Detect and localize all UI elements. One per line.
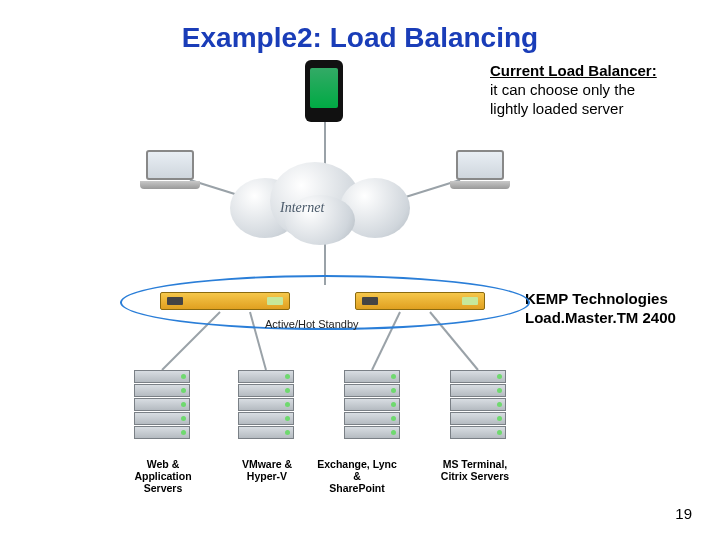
- cloud-label: Internet: [280, 200, 324, 216]
- server-rack-icon: [134, 370, 190, 440]
- page-number: 19: [675, 505, 692, 522]
- annotation-kemp: KEMP Technologies Load.Master.TM 2400: [525, 290, 715, 328]
- smartphone-icon: [305, 60, 343, 122]
- internet-cloud-icon: [230, 160, 420, 245]
- rack-label: VMware & Hyper-V: [222, 458, 312, 482]
- annotation-line: KEMP Technologies: [525, 290, 668, 307]
- network-diagram: Internet Active/Hot Standby Web & Applic…: [130, 60, 530, 500]
- rack-label: Exchange, Lync & SharePoint: [312, 458, 402, 494]
- rack-label: Web & Application Servers: [118, 458, 208, 494]
- lb-mode-label: Active/Hot Standby: [265, 318, 359, 330]
- annotation-line: Load.Master.TM 2400: [525, 309, 676, 326]
- load-balancer-icon: [355, 292, 485, 310]
- rack-label: MS Terminal, Citrix Servers: [430, 458, 520, 482]
- laptop-icon: [140, 150, 200, 189]
- server-rack-icon: [450, 370, 506, 440]
- server-rack-icon: [238, 370, 294, 440]
- load-balancer-icon: [160, 292, 290, 310]
- laptop-icon: [450, 150, 510, 189]
- server-rack-icon: [344, 370, 400, 440]
- slide-title: Example2: Load Balancing: [0, 0, 720, 54]
